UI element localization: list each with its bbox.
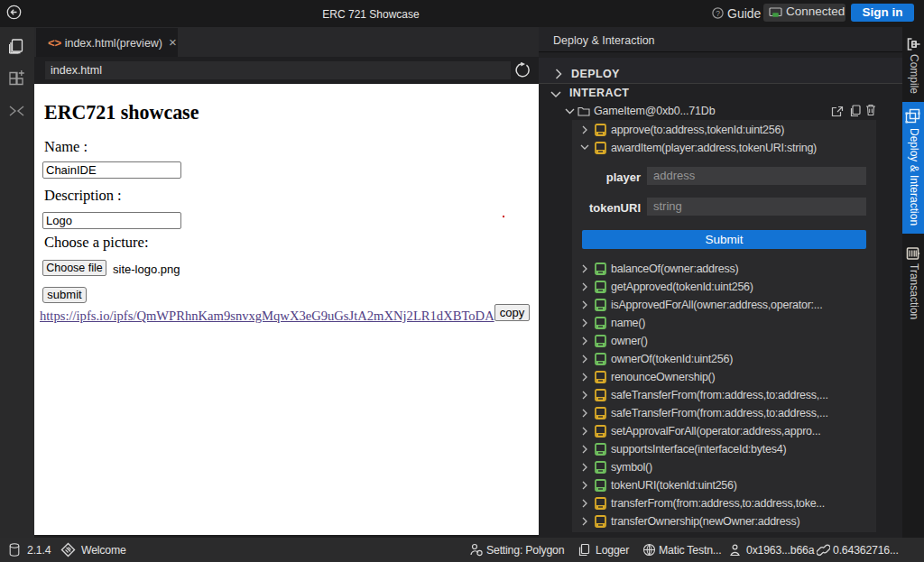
svg-text:?: ? — [716, 9, 720, 18]
